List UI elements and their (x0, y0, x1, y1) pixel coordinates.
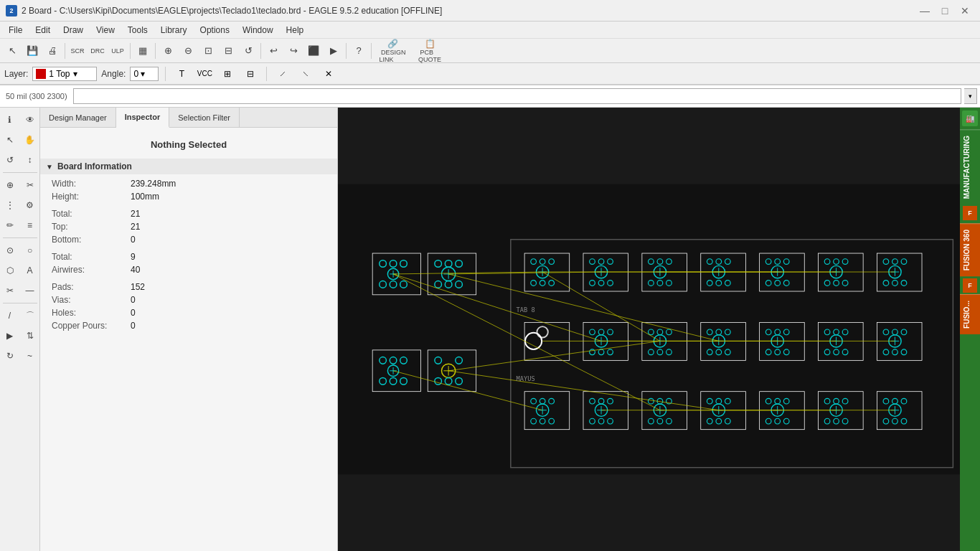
flip-btn[interactable]: ⇅ (21, 326, 39, 345)
line-btn[interactable]: / (1, 306, 19, 325)
layer-dropdown[interactable]: 1 Top ▾ (32, 67, 97, 81)
tab-design-manager[interactable]: Design Manager (40, 108, 116, 127)
left-toolbar-row: ℹ👁 (1, 110, 39, 129)
board-info-title: Board Information (57, 161, 132, 171)
drc-button[interactable]: DRC (88, 42, 107, 60)
menu-item-tools[interactable]: Tools (122, 24, 154, 37)
print-button[interactable]: 🖨 (43, 42, 62, 60)
layer-dropdown-arrow: ▾ (73, 69, 77, 79)
bottom-label: Bottom: (52, 235, 131, 245)
vector-mode-btn[interactable]: VCC (195, 65, 214, 83)
rotate-btn[interactable]: ↺ (1, 151, 19, 169)
wire-btn[interactable]: — (21, 281, 39, 300)
info-btn[interactable]: ℹ (1, 110, 19, 129)
zoom-prev-button[interactable]: ↺ (239, 42, 258, 60)
route2-btn[interactable]: ≡ (21, 216, 39, 235)
menu-item-window[interactable]: Window (237, 24, 279, 37)
left-toolbar-sep (3, 237, 37, 238)
fusion2-tab[interactable]: FUSIO... (960, 294, 980, 334)
total-value: 21 (131, 209, 140, 219)
fusion2-icon: F (963, 278, 977, 293)
nothing-selected-label: Nothing Selected (40, 133, 337, 159)
mirror-btn[interactable]: ↕ (21, 151, 39, 169)
close-button[interactable]: ✕ (956, 4, 974, 18)
menu-item-help[interactable]: Help (281, 24, 310, 37)
add-btn[interactable]: ⊕ (1, 176, 19, 194)
pan-btn[interactable]: ✋ (21, 131, 39, 149)
menu-item-options[interactable]: Options (194, 24, 235, 37)
menu-item-draw[interactable]: Draw (57, 24, 89, 37)
redo-btn[interactable]: ↻ (1, 347, 19, 365)
zoom-in-button[interactable]: ⊕ (159, 42, 177, 60)
script-button[interactable]: SCR (68, 42, 87, 60)
select-button[interactable]: ↖ (3, 42, 22, 60)
next-btn[interactable]: ▶ (1, 326, 19, 345)
command-input[interactable] (73, 88, 961, 104)
right-sidebar: 🏭 MANUFACTURING F FUSION 360 F FUSIO... (960, 108, 980, 551)
redo-button[interactable]: ↪ (284, 42, 303, 60)
cut-btn[interactable]: ✂ (21, 176, 39, 194)
via-btn[interactable]: ⊙ (1, 241, 19, 260)
ripup-btn[interactable]: ⟍ (296, 65, 315, 83)
left-toolbar-row: ↻~ (1, 347, 39, 365)
text-btn[interactable]: A (21, 261, 39, 280)
save-button[interactable]: 💾 (23, 42, 42, 60)
maximize-button[interactable]: □ (936, 4, 954, 18)
ratsnest-btn[interactable]: ⟋ (273, 65, 292, 83)
tab-selection-filter[interactable]: Selection Filter (169, 108, 240, 127)
zoom-area-button[interactable]: ⊟ (219, 42, 237, 60)
split-btn[interactable]: ✂ (1, 281, 19, 300)
forward-button[interactable]: ▶ (324, 42, 343, 60)
command-dropdown[interactable]: ▾ (964, 88, 977, 104)
route-btn[interactable]: ✏ (1, 216, 19, 235)
nets-total-label: Total: (52, 252, 131, 262)
text-mode-btn[interactable]: T (172, 65, 191, 83)
pads-value: 152 (131, 282, 145, 292)
wave-btn[interactable]: ~ (21, 347, 39, 365)
minimize-button[interactable]: — (915, 4, 934, 18)
panel-content: Nothing Selected ▼ Board Information Wid… (40, 128, 337, 551)
manufacturing-tab[interactable]: MANUFACTURING (960, 129, 980, 204)
inspector-panel: Design Manager Inspector Selection Filte… (40, 108, 338, 551)
angle-dropdown[interactable]: 0 ▾ (130, 67, 159, 81)
zoom-fit-button[interactable]: ⊡ (199, 42, 217, 60)
app-icon: 2 (6, 5, 17, 17)
width-row: Width: 239.248mm (52, 177, 326, 190)
canvas-area[interactable]: TAB 8 MAYUS (338, 108, 960, 551)
arc-btn[interactable]: ⌒ (21, 306, 39, 325)
bottom-row: Bottom: 0 (52, 233, 326, 246)
help-button[interactable]: ? (349, 42, 368, 60)
prop-btn[interactable]: ⚙ (21, 196, 39, 215)
board-info-header[interactable]: ▼ Board Information (40, 159, 337, 174)
pcb-quote-button[interactable]: 📋 PCBQUOTE (412, 41, 448, 61)
height-value: 100mm (131, 192, 159, 202)
board-button[interactable]: ▦ (133, 42, 152, 60)
pcb-canvas: TAB 8 MAYUS (338, 108, 960, 551)
nets-total-value: 9 (131, 252, 136, 262)
toolbar-separator (371, 43, 372, 59)
airwires-row: Airwires: 40 (52, 263, 326, 276)
stop-button[interactable]: ⬛ (304, 42, 323, 60)
menu-item-edit[interactable]: Edit (29, 24, 56, 37)
poly-btn[interactable]: ⬡ (1, 261, 19, 280)
menu-item-library[interactable]: Library (155, 24, 193, 37)
grid-btn1[interactable]: ⊞ (218, 65, 237, 83)
design-link-button[interactable]: 🔗 DESIGNLINK (374, 41, 410, 61)
select-btn[interactable]: ↖ (1, 131, 19, 149)
menu-item-file[interactable]: File (3, 24, 28, 37)
optimize-btn[interactable]: ✕ (319, 65, 338, 83)
grid-btn2[interactable]: ⊟ (241, 65, 260, 83)
fusion360-tab[interactable]: FUSION 360 (960, 223, 980, 276)
zoom-out-button[interactable]: ⊖ (179, 42, 197, 60)
move-btn[interactable]: ⋮ (1, 196, 19, 215)
title-bar-left: 2 2 Board - C:\Users\Kipi\Documents\EAGL… (6, 5, 442, 17)
toolbar-separator (130, 43, 131, 59)
menu-bar: FileEditDrawViewToolsLibraryOptionsWindo… (0, 22, 980, 39)
visibility-btn[interactable]: 👁 (21, 110, 39, 129)
undo-button[interactable]: ↩ (264, 42, 283, 60)
menu-item-view[interactable]: View (90, 24, 121, 37)
pad-btn[interactable]: ○ (21, 241, 39, 260)
ulp-button[interactable]: ULP (108, 42, 127, 60)
tab-inspector[interactable]: Inspector (116, 108, 170, 128)
layer-toolbar: Layer: 1 Top ▾ Angle: 0 ▾ T VCC ⊞ ⊟ ⟋ ⟍ … (0, 63, 980, 85)
